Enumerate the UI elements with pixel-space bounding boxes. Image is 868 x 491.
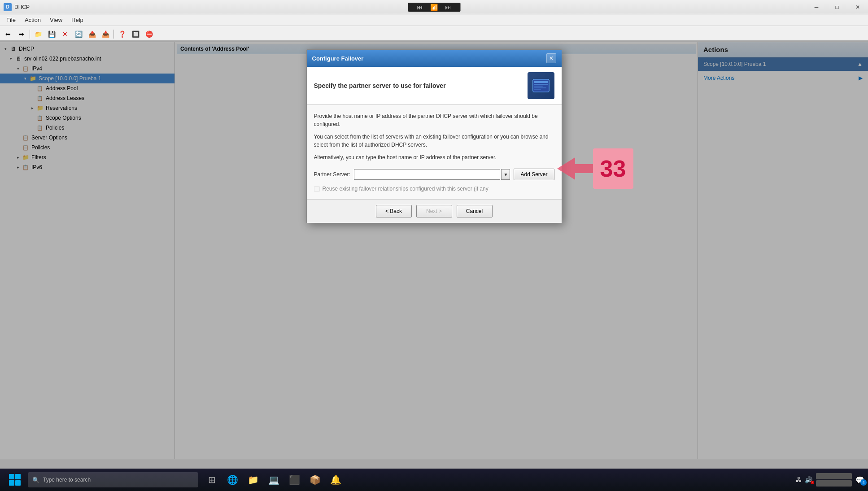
taskbar-search[interactable]: 🔍 Type here to search — [28, 472, 198, 487]
dialog-desc2: You can select from the list of servers … — [314, 133, 554, 149]
network-icon: 🖧 — [796, 476, 802, 483]
next-button[interactable]: Next > — [416, 205, 452, 217]
toolbar-help[interactable]: ❓ — [116, 28, 128, 40]
svg-rect-8 — [534, 81, 548, 83]
annotation-33: 33 — [557, 148, 633, 189]
toolbar-properties[interactable]: 🔲 — [129, 28, 142, 40]
cancel-button[interactable]: Cancel — [457, 205, 493, 217]
dialog-body: Provide the host name or IP address of t… — [307, 105, 562, 199]
media-controls: ⏮ 📶 ⏭ — [408, 3, 460, 12]
svg-rect-9 — [534, 84, 548, 85]
search-placeholder: Type here to search — [43, 477, 91, 483]
dialog-step-heading: Specify the partner server to use for fa… — [314, 82, 520, 89]
notification-badge[interactable]: 💬 4 — [855, 476, 864, 484]
configure-failover-dialog: Configure Failover ✕ Specify the partner… — [306, 49, 562, 223]
partner-server-input[interactable] — [354, 169, 501, 180]
dialog-desc3: Alternatively, you can type the host nam… — [314, 153, 554, 161]
close-button[interactable]: ✕ — [847, 0, 868, 14]
menu-help[interactable]: Help — [67, 15, 88, 25]
window-controls: ─ □ ✕ — [806, 0, 868, 14]
title-bar: D DHCP ⏮ 📶 ⏭ ─ □ ✕ — [0, 0, 868, 14]
partner-server-label: Partner Server: — [314, 171, 350, 178]
menu-file[interactable]: File — [2, 15, 20, 25]
windows-logo — [9, 474, 21, 486]
taskbar-sys-icons: 🖧 🔊! — [796, 476, 812, 483]
taskbar: 🔍 Type here to search ⊞ 🌐 📁 💻 ⬛ 📦 🔔 🖧 🔊!… — [0, 469, 868, 491]
reuse-checkbox-row: Reuse existing failover relationships co… — [314, 186, 554, 192]
taskbar-right: 🖧 🔊! 💬 4 — [796, 473, 864, 487]
minimize-button[interactable]: ─ — [806, 0, 827, 14]
search-icon: 🔍 — [32, 477, 39, 483]
dialog-close-button[interactable]: ✕ — [546, 53, 556, 63]
window-title: DHCP — [14, 4, 30, 10]
start-button[interactable] — [4, 470, 26, 489]
taskbar-clock — [816, 473, 852, 487]
dialog-title: Configure Failover — [312, 55, 364, 62]
volume-icon: 🔊! — [805, 476, 812, 483]
toolbar-forward[interactable]: ➡ — [15, 28, 28, 40]
toolbar-sep1 — [30, 30, 30, 39]
media-next[interactable]: ⏭ — [445, 4, 451, 11]
taskbar-app5[interactable]: 📦 — [305, 470, 325, 489]
svg-rect-11 — [534, 87, 546, 88]
toolbar: ⬅ ➡ 📁 💾 ✕ 🔄 📤 📥 ❓ 🔲 ⛔ — [0, 26, 868, 42]
menu-bar: File Action View Help — [0, 14, 868, 26]
taskbar-app6[interactable]: 🔔 — [326, 470, 345, 489]
taskbar-app3[interactable]: 💻 — [264, 470, 284, 489]
dialog-header-icon — [528, 72, 554, 99]
clock-time — [816, 473, 852, 479]
toolbar-upfolder[interactable]: 📁 — [32, 28, 44, 40]
toolbar-stop[interactable]: ⛔ — [143, 28, 155, 40]
menu-view[interactable]: View — [45, 15, 67, 25]
partner-server-dropdown[interactable]: ▼ — [501, 169, 510, 180]
clock-date — [816, 480, 852, 487]
dialog-title-bar: Configure Failover ✕ — [307, 50, 562, 67]
taskbar-task-view[interactable]: ⊞ — [202, 470, 222, 489]
number-box: 33 — [593, 148, 633, 189]
maximize-button[interactable]: □ — [827, 0, 847, 14]
app-icon: D — [4, 3, 12, 11]
reuse-checkbox[interactable] — [314, 186, 320, 192]
reuse-checkbox-label: Reuse existing failover relationships co… — [323, 186, 489, 192]
taskbar-edge[interactable]: 🌐 — [222, 470, 242, 489]
media-signal: 📶 — [430, 4, 438, 11]
svg-rect-10 — [534, 86, 543, 87]
toolbar-sep2 — [113, 30, 114, 39]
dialog-desc1: Provide the host name or IP address of t… — [314, 112, 554, 128]
partner-server-row: Partner Server: ▼ Add Server — [314, 169, 554, 180]
dialog-header: Specify the partner server to use for fa… — [307, 67, 562, 105]
toolbar-save[interactable]: 💾 — [45, 28, 58, 40]
toolbar-import[interactable]: 📥 — [99, 28, 112, 40]
taskbar-explorer[interactable]: 📁 — [243, 470, 263, 489]
modal-overlay: Configure Failover ✕ Specify the partner… — [0, 40, 868, 469]
taskbar-terminal[interactable]: ⬛ — [284, 470, 304, 489]
notification-count: 4 — [860, 479, 867, 486]
toolbar-refresh[interactable]: 🔄 — [72, 28, 85, 40]
svg-rect-12 — [534, 89, 541, 90]
media-prev[interactable]: ⏮ — [417, 4, 423, 11]
taskbar-apps: ⊞ 🌐 📁 💻 ⬛ 📦 🔔 — [202, 470, 345, 489]
dialog-footer: < Back Next > Cancel — [307, 199, 562, 223]
toolbar-export[interactable]: 📤 — [86, 28, 98, 40]
annotation-number: 33 — [600, 155, 626, 182]
toolbar-delete[interactable]: ✕ — [59, 28, 71, 40]
add-server-button[interactable]: Add Server — [514, 169, 554, 180]
back-button[interactable]: < Back — [376, 205, 412, 217]
menu-action[interactable]: Action — [20, 15, 45, 25]
arrow-icon — [557, 157, 593, 180]
partner-input-wrapper: ▼ — [354, 169, 510, 180]
svg-marker-13 — [557, 157, 593, 180]
toolbar-back[interactable]: ⬅ — [2, 28, 14, 40]
